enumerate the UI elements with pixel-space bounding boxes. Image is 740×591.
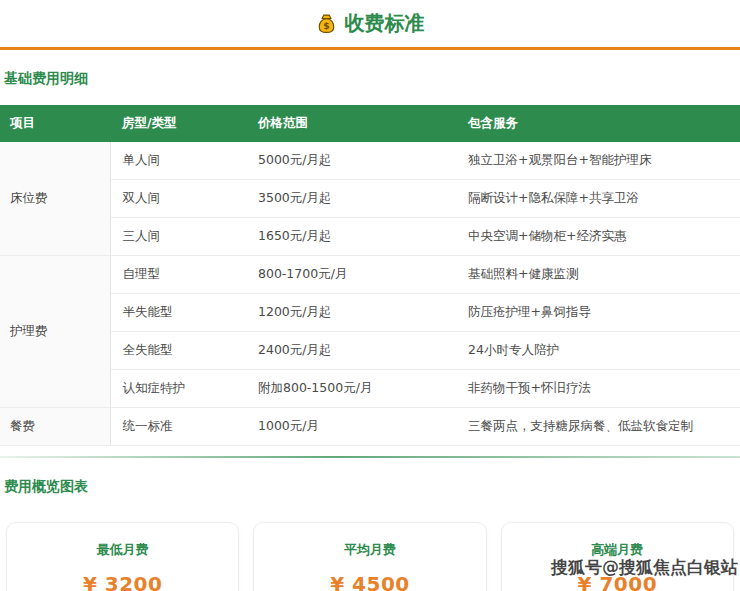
fee-price-cell: 3500元/月起 <box>246 180 456 218</box>
card-label: 最低月费 <box>7 541 238 559</box>
card-label: 平均月费 <box>254 541 485 559</box>
fee-type-cell: 三人间 <box>110 218 246 256</box>
header-cell-item: 项目 <box>0 105 110 142</box>
orange-rule <box>0 47 740 50</box>
fee-type-cell: 半失能型 <box>110 294 246 332</box>
header-cell-type: 房型/类型 <box>110 105 246 142</box>
page-title-text: 收费标准 <box>345 10 425 37</box>
fee-type-cell: 统一标准 <box>110 408 246 446</box>
fee-type-cell: 认知症特护 <box>110 370 246 408</box>
cards-row: 最低月费¥ 3200三人间 + 基础护理平均月费¥ 4500双人间 + 中级护理… <box>6 522 734 591</box>
fee-table-row: 床位费单人间5000元/月起独立卫浴+观景阳台+智能护理床 <box>0 142 740 180</box>
fee-type-cell: 双人间 <box>110 180 246 218</box>
green-divider <box>0 456 740 458</box>
fee-price-cell: 5000元/月起 <box>246 142 456 180</box>
fee-table-row: 全失能型2400元/月起24小时专人陪护 <box>0 332 740 370</box>
fee-services-cell: 24小时专人陪护 <box>456 332 740 370</box>
fee-price-cell: 1000元/月 <box>246 408 456 446</box>
fee-table-head: 项目 房型/类型 价格范围 包含服务 <box>0 105 740 142</box>
fee-type-cell: 自理型 <box>110 256 246 294</box>
section-heading-overview: 费用概览图表 <box>4 478 736 496</box>
page-title: $ 收费标准 <box>316 10 425 37</box>
fee-table-body: 床位费单人间5000元/月起独立卫浴+观景阳台+智能护理床双人间3500元/月起… <box>0 142 740 446</box>
fee-table-row: 三人间1650元/月起中央空调+储物柜+经济实惠 <box>0 218 740 256</box>
fee-table-row: 半失能型1200元/月起防压疮护理+鼻饲指导 <box>0 294 740 332</box>
fee-category-cell: 护理费 <box>0 256 110 408</box>
fee-table: 项目 房型/类型 价格范围 包含服务 床位费单人间5000元/月起独立卫浴+观景… <box>0 105 740 446</box>
svg-text:$: $ <box>323 20 329 31</box>
header-cell-services: 包含服务 <box>456 105 740 142</box>
page-header: $ 收费标准 <box>0 0 740 47</box>
fee-price-cell: 2400元/月起 <box>246 332 456 370</box>
fee-price-cell: 800-1700元/月 <box>246 256 456 294</box>
section-heading-fee-details: 基础费用明细 <box>4 70 736 88</box>
fee-services-cell: 三餐两点，支持糖尿病餐、低盐软食定制 <box>456 408 740 446</box>
card-price: ¥ 7000 <box>502 572 733 591</box>
card-label: 高端月费 <box>502 541 733 559</box>
fee-services-cell: 基础照料+健康监测 <box>456 256 740 294</box>
header-cell-price: 价格范围 <box>246 105 456 142</box>
fee-services-cell: 独立卫浴+观景阳台+智能护理床 <box>456 142 740 180</box>
fee-price-cell: 附加800-1500元/月 <box>246 370 456 408</box>
fee-price-cell: 1650元/月起 <box>246 218 456 256</box>
fee-services-cell: 非药物干预+怀旧疗法 <box>456 370 740 408</box>
fee-category-cell: 餐费 <box>0 408 110 446</box>
fee-price-cell: 1200元/月起 <box>246 294 456 332</box>
fee-table-row: 餐费统一标准1000元/月三餐两点，支持糖尿病餐、低盐软食定制 <box>0 408 740 446</box>
fee-services-cell: 中央空调+储物柜+经济实惠 <box>456 218 740 256</box>
fee-type-cell: 全失能型 <box>110 332 246 370</box>
fee-table-header-row: 项目 房型/类型 价格范围 包含服务 <box>0 105 740 142</box>
summary-card: 高端月费¥ 7000单人间 + 特级护理 <box>501 522 734 591</box>
fee-category-cell: 床位费 <box>0 142 110 256</box>
fee-services-cell: 防压疮护理+鼻饲指导 <box>456 294 740 332</box>
card-price: ¥ 4500 <box>254 572 485 591</box>
summary-card: 最低月费¥ 3200三人间 + 基础护理 <box>6 522 239 591</box>
fee-services-cell: 隔断设计+隐私保障+共享卫浴 <box>456 180 740 218</box>
money-bag-icon: $ <box>316 13 337 34</box>
fee-table-row: 护理费自理型800-1700元/月基础照料+健康监测 <box>0 256 740 294</box>
card-price: ¥ 3200 <box>7 572 238 591</box>
fee-table-row: 认知症特护附加800-1500元/月非药物干预+怀旧疗法 <box>0 370 740 408</box>
fee-table-row: 双人间3500元/月起隔断设计+隐私保障+共享卫浴 <box>0 180 740 218</box>
fee-type-cell: 单人间 <box>110 142 246 180</box>
summary-card: 平均月费¥ 4500双人间 + 中级护理 <box>253 522 486 591</box>
